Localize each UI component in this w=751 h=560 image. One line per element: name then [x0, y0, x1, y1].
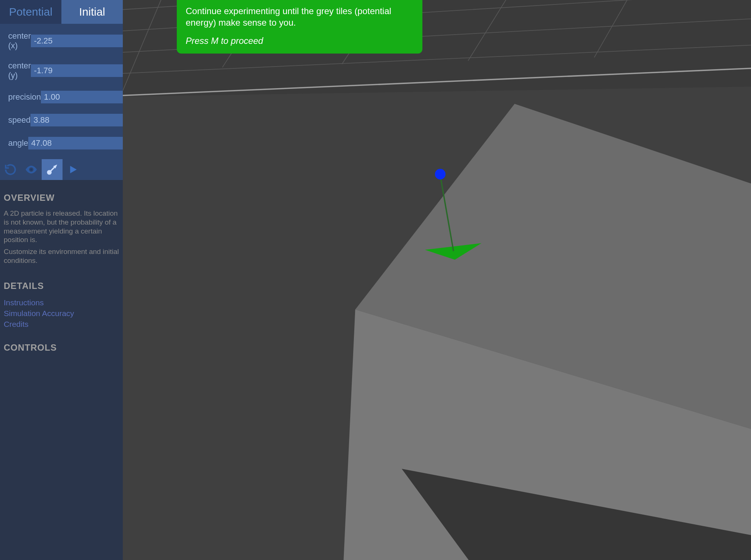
svg-point-0	[30, 168, 32, 171]
tab-label: Initial	[79, 6, 105, 18]
hint-proceed: Press M to proceed	[186, 35, 413, 46]
param-label: center (x)	[8, 31, 31, 51]
param-label: precision	[8, 92, 41, 102]
controls-heading: CONTROLS	[4, 342, 119, 353]
vector-button[interactable]	[42, 159, 63, 180]
toolbar	[0, 159, 123, 180]
play-button[interactable]	[63, 159, 83, 180]
vector-icon	[45, 163, 59, 176]
info-panel: OVERVIEW A 2D particle is released. Its …	[0, 180, 123, 366]
param-row-center-y: center (y)	[8, 61, 116, 80]
play-icon	[67, 164, 79, 175]
link-instructions[interactable]: Instructions	[4, 297, 119, 308]
param-row-angle: angle	[8, 137, 116, 149]
hint-text: Continue experimenting until the grey ti…	[186, 5, 413, 28]
tab-label: Potential	[9, 6, 52, 18]
overview-heading: OVERVIEW	[4, 193, 119, 203]
params-panel: center (x) center (y) precision speed an…	[0, 24, 123, 159]
overview-text: A 2D particle is released. Its location …	[4, 209, 119, 244]
tabs: Potential Initial	[0, 0, 123, 24]
tab-potential[interactable]: Potential	[0, 0, 61, 24]
precision-input[interactable]	[41, 91, 123, 103]
hint-banner: Continue experimenting until the grey ti…	[177, 0, 422, 54]
details-links: Instructions Simulation Accuracy Credits	[4, 297, 119, 330]
param-row-center-x: center (x)	[8, 31, 116, 51]
overview-text: Customize its environment and initial co…	[4, 247, 119, 265]
link-credits[interactable]: Credits	[4, 319, 119, 329]
svg-marker-4	[70, 166, 77, 173]
eye-icon	[25, 163, 38, 176]
tab-initial[interactable]: Initial	[61, 0, 123, 24]
link-simulation-accuracy[interactable]: Simulation Accuracy	[4, 308, 119, 319]
param-label: angle	[8, 138, 28, 148]
app-root: Potential Initial center (x) center (y) …	[0, 0, 751, 560]
refresh-button[interactable]	[0, 159, 21, 180]
angle-input[interactable]	[28, 137, 123, 149]
speed-input[interactable]	[31, 114, 123, 126]
param-label: speed	[8, 115, 31, 125]
param-label: center (y)	[8, 61, 31, 80]
eye-button[interactable]	[21, 159, 42, 180]
center-x-input[interactable]	[31, 35, 123, 47]
sidebar: Potential Initial center (x) center (y) …	[0, 0, 123, 560]
svg-point-19	[435, 169, 446, 180]
details-heading: DETAILS	[4, 281, 119, 291]
scene-canvas	[123, 0, 751, 560]
viewport-3d[interactable]: Continue experimenting until the grey ti…	[123, 0, 751, 560]
param-row-precision: precision	[8, 91, 116, 103]
refresh-icon	[4, 163, 17, 176]
center-y-input[interactable]	[31, 64, 123, 77]
param-row-speed: speed	[8, 114, 116, 126]
